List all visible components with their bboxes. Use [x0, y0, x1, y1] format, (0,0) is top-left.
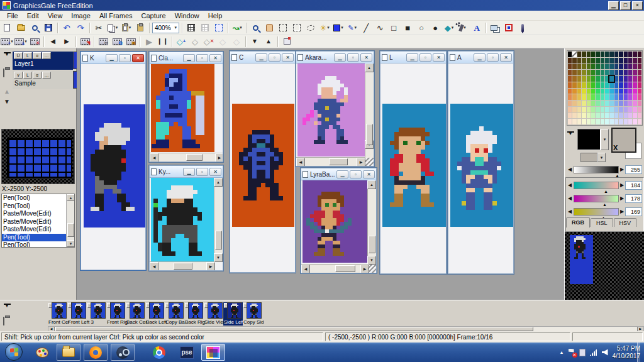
palette-swatch[interactable]	[572, 82, 576, 88]
add-layer-button[interactable]: ◇+	[175, 36, 187, 48]
delete-layer-button[interactable]: ◇✕	[203, 36, 215, 48]
palette-swatch[interactable]	[619, 89, 623, 94]
minimize-button[interactable]: ▁	[255, 53, 267, 62]
slider-left-icon[interactable]: ◀	[568, 195, 572, 201]
frame-thumbnail[interactable]	[208, 302, 223, 319]
frame-thumbnail[interactable]	[247, 302, 262, 319]
frame-cell[interactable]: …Front Cer	[48, 302, 67, 326]
palette-swatch[interactable]	[614, 52, 618, 57]
document-titlebar[interactable]: LyraBa... ▁ ▫ ✕	[301, 168, 376, 180]
palette-swatch[interactable]	[628, 64, 632, 70]
palette-swatch[interactable]	[577, 107, 581, 112]
palette-swatch[interactable]	[601, 64, 604, 70]
copy-button[interactable]: ▾	[106, 22, 119, 34]
palette-swatch[interactable]	[568, 76, 572, 82]
scroll-left-icon[interactable]: ◀	[48, 327, 55, 331]
document-titlebar[interactable]: C ▁ ▫ ✕	[230, 52, 295, 63]
frame-properties-button[interactable]: ◥	[79, 36, 91, 48]
zoom-document-button[interactable]	[28, 22, 41, 34]
slider-right-icon[interactable]: ▶	[620, 195, 624, 201]
palette-swatch[interactable]	[633, 64, 636, 70]
palette-swatch[interactable]	[582, 89, 586, 94]
slider-marker[interactable]: ▲	[602, 202, 607, 207]
palette-swatch[interactable]	[609, 94, 613, 100]
maximize-button[interactable]: ▫	[196, 168, 208, 176]
palette-swatch[interactable]	[614, 82, 618, 88]
save-button[interactable]	[42, 22, 55, 34]
palette-swatch[interactable]	[638, 52, 641, 57]
start-button[interactable]	[5, 343, 23, 361]
palette-swatch[interactable]	[628, 70, 632, 75]
paste-frame-button[interactable]: ▣	[125, 36, 137, 48]
palette-swatch[interactable]	[619, 101, 623, 106]
secondary-color-dropdown[interactable]: ▾	[597, 153, 606, 162]
document-window-a[interactable]: A ▁ ▫ ✕	[447, 50, 514, 275]
palette-swatch[interactable]	[605, 101, 609, 106]
palette-swatch[interactable]	[633, 113, 636, 119]
previous-frame-button[interactable]: ◀	[47, 36, 59, 48]
layer-row-layer1[interactable]: Ü L α … Layer1	[13, 52, 73, 70]
grid-custom-button[interactable]	[213, 22, 225, 34]
airbrush-tool[interactable]: ▾	[457, 22, 469, 34]
palette-swatch[interactable]	[633, 94, 636, 100]
frame-cell[interactable]: …Side Left	[223, 302, 243, 326]
palette-swatch[interactable]	[628, 94, 632, 100]
palette-swatch[interactable]	[605, 52, 609, 57]
close-button[interactable]: ✕	[282, 53, 294, 62]
palette-swatch[interactable]	[582, 113, 586, 119]
palette-swatch[interactable]	[624, 64, 628, 70]
layer-properties-button[interactable]	[280, 36, 293, 48]
document-window-l[interactable]: L ▁ ▫ ✕	[379, 50, 447, 275]
slider-right-icon[interactable]: ▶	[620, 167, 624, 172]
palette-swatch[interactable]	[568, 82, 572, 88]
magnifier-tool[interactable]	[249, 22, 262, 34]
palette-swatch[interactable]	[577, 119, 581, 124]
document-titlebar[interactable]: Cla... ▁ ▫ ✕	[150, 52, 223, 64]
alpha-value[interactable]: 255	[625, 165, 642, 174]
palette-swatch[interactable]	[596, 58, 599, 63]
palette-swatch[interactable]	[614, 64, 618, 70]
document-window-ky[interactable]: Ky... ▁ ▫ ✕ ▲▼ ◀▶	[148, 165, 224, 272]
palette-swatch[interactable]	[605, 119, 609, 124]
palette-swatch[interactable]	[591, 107, 595, 112]
minimize-button[interactable]: ▁	[334, 53, 346, 62]
palette-swatch[interactable]	[628, 113, 632, 119]
palette-swatch[interactable]	[619, 107, 623, 112]
palette-swatch[interactable]	[577, 94, 581, 100]
palette-swatch[interactable]	[591, 58, 595, 63]
history-item[interactable]: Pen(Tool)	[2, 241, 74, 248]
layer-alpha-button[interactable]: α	[33, 52, 42, 59]
pause-button[interactable]: ❙❙	[157, 36, 169, 48]
document-titlebar[interactable]: A ▁ ▫ ✕	[448, 52, 513, 63]
palette-swatch[interactable]	[638, 76, 641, 82]
slider-left-icon[interactable]: ◀	[568, 182, 572, 188]
curve-tool[interactable]: ∿	[374, 22, 386, 34]
frame-thumbnail[interactable]	[52, 302, 67, 319]
palette-swatch[interactable]	[619, 76, 623, 82]
taskbar-paint-icon[interactable]	[30, 344, 54, 361]
frame-thumbnail[interactable]	[169, 302, 184, 319]
layer-visible-button[interactable]: Ü	[14, 52, 23, 59]
palette-swatch[interactable]	[614, 70, 618, 75]
history-item[interactable]: Paste/Move(Edit)	[2, 218, 74, 226]
palette-swatch[interactable]	[609, 119, 613, 124]
palette-swatch[interactable]	[624, 82, 628, 88]
palette-swatch[interactable]	[577, 113, 581, 119]
palette-swatch[interactable]	[614, 76, 618, 82]
palette-swatch[interactable]	[638, 101, 641, 106]
palette-swatch[interactable]	[587, 70, 591, 75]
palette-swatch[interactable]	[633, 52, 636, 57]
frame-cell[interactable]: …Copy Ba	[165, 302, 184, 326]
history-item[interactable]: Pen(Tool)	[2, 202, 74, 211]
palette-swatch[interactable]	[568, 70, 572, 75]
palette-swatch[interactable]	[572, 119, 576, 124]
taskbar-steam-icon[interactable]	[111, 344, 135, 361]
palette-swatch[interactable]	[577, 89, 581, 94]
palette-swatch[interactable]	[601, 70, 604, 75]
palette-swatch[interactable]	[628, 76, 632, 82]
palette-swatch[interactable]	[568, 52, 572, 57]
palette-swatch[interactable]	[591, 94, 595, 100]
palette-swatch[interactable]	[587, 89, 591, 94]
menu-help[interactable]: Help	[204, 11, 227, 20]
cut-frame-button[interactable]: ✂	[97, 36, 109, 48]
